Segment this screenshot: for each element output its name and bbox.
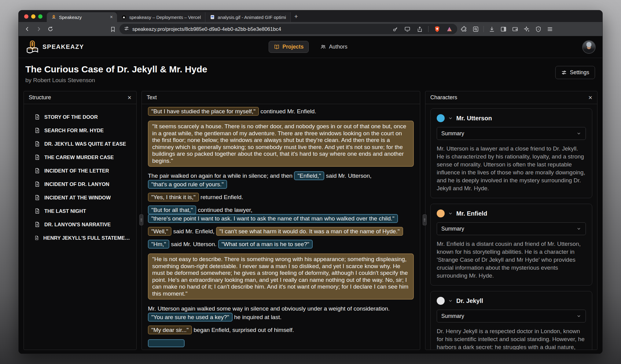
- dialogue-highlight-enfield[interactable]: "Yes, I think it is,": [148, 193, 199, 202]
- chapter-item-8[interactable]: THE LAST NIGHT: [34, 204, 133, 218]
- chapter-item-6[interactable]: INCIDENT OF DR. LANYON: [34, 177, 133, 191]
- dialogue-highlight-utterson[interactable]: "But for all that,": [148, 206, 196, 214]
- chevron-down-icon[interactable]: [576, 131, 581, 136]
- narration-text: continued the lawyer,: [196, 207, 252, 213]
- chapter-item-10[interactable]: HENRY JEKYLL'S FULL STATEMENT OF TH...: [34, 231, 133, 245]
- authors-people-icon: [320, 44, 326, 50]
- panel-resize-handle-left[interactable]: [139, 214, 143, 225]
- character-color-dot[interactable]: [437, 209, 445, 217]
- dialogue-highlight-enfield[interactable]: "My dear sir...": [148, 326, 192, 334]
- paragraph-11: [148, 339, 414, 349]
- narration-text: began Enfield, surprised out of himself.: [192, 327, 294, 333]
- sidebar-toggle-icon[interactable]: [498, 24, 508, 34]
- browser-tab-3[interactable]: analysis.gif - Animated GIF optimi: [205, 12, 290, 22]
- user-avatar[interactable]: [582, 40, 596, 54]
- chapter-item-7[interactable]: INCIDENT AT THE WINDOW: [34, 191, 133, 204]
- narration-text: said Mr. Utterson.: [169, 241, 218, 247]
- characters-panel: Characters × Mr. UttersonSummaryMr. Utte…: [425, 91, 597, 350]
- wallet-icon[interactable]: [510, 24, 520, 34]
- back-button[interactable]: [22, 24, 32, 34]
- dialogue-highlight-utterson[interactable]: "Enfield,": [294, 171, 324, 180]
- characters-panel-title: Characters: [430, 94, 457, 101]
- site-settings-icon[interactable]: [124, 26, 129, 32]
- chevron-down-icon[interactable]: [448, 116, 453, 121]
- speakeazy-logo-icon: [25, 40, 39, 54]
- tab-favicon: [121, 15, 127, 20]
- app-header: SPEAKEAZY Projects Authors: [19, 36, 602, 58]
- chapter-label: DR. LANYON'S NARRATIVE: [44, 222, 111, 228]
- downloads-icon[interactable]: [487, 24, 497, 34]
- text-content[interactable]: "But I have studied the place for myself…: [142, 104, 420, 350]
- close-window-button[interactable]: [24, 14, 28, 19]
- narration-text: said Mr. Enfield,: [171, 228, 216, 235]
- chapter-item-5[interactable]: INCIDENT OF THE LETTER: [34, 164, 133, 177]
- chapter-item-1[interactable]: STORY OF THE DOOR: [34, 110, 133, 124]
- settings-button[interactable]: Settings: [555, 66, 595, 79]
- dialogue-highlight-enfield[interactable]: "He is not easy to describe. There is so…: [148, 253, 414, 300]
- chevron-down-icon[interactable]: [576, 314, 581, 318]
- chapter-item-3[interactable]: DR. JEKYLL WAS QUITE AT EASE: [34, 137, 133, 151]
- rewards-sparkle-icon[interactable]: [522, 24, 531, 34]
- extensions-puzzle-icon[interactable]: [459, 24, 469, 34]
- character-view-select[interactable]: Summary: [437, 127, 586, 140]
- character-view-select[interactable]: Summary: [437, 310, 586, 322]
- new-tab-button[interactable]: +: [291, 13, 302, 22]
- bookmark-icon[interactable]: [108, 24, 118, 34]
- dialogue-highlight-enfield[interactable]: "It seems scarcely a house. There is no …: [148, 121, 414, 167]
- narration-text: continued Mr. Enfield.: [259, 108, 316, 115]
- dialogue-highlight-utterson[interactable]: "that's a good rule of yours.": [148, 180, 227, 189]
- dialogue-highlight-utterson[interactable]: "Hm,": [148, 240, 169, 249]
- panel-resize-handle-right[interactable]: [423, 214, 427, 225]
- structure-close-icon[interactable]: ×: [127, 94, 131, 101]
- dialogue-highlight-utterson[interactable]: "there's one point I want to ask. I want…: [148, 214, 398, 223]
- share-icon[interactable]: [415, 24, 424, 34]
- browser-window: Speakeazy×speakeasy – Deployments – Verc…: [18, 10, 603, 354]
- main-nav: Projects Authors: [19, 41, 602, 53]
- settings-sliders-icon: [561, 70, 567, 75]
- paragraph-9: Mr. Utterson again walked some way in si…: [148, 305, 414, 321]
- chapter-list: STORY OF THE DOORSEARCH FOR MR. HYDEDR. …: [24, 104, 136, 245]
- narration-text: he inquired at last.: [233, 314, 282, 320]
- document-icon: [34, 235, 39, 241]
- character-name: Dr. Jekyll: [456, 297, 483, 304]
- dialogue-highlight-enfield[interactable]: "But I have studied the place for myself…: [148, 107, 259, 116]
- browser-tab-1[interactable]: Speakeazy×: [47, 12, 117, 22]
- dialogue-highlight-enfield-solid[interactable]: "I can't see what harm it would do. It w…: [216, 227, 403, 236]
- characters-close-icon[interactable]: ×: [588, 94, 592, 101]
- vpn-shield-icon[interactable]: [533, 24, 543, 34]
- url-text[interactable]: speakeazy.pro/projects/8cb985e0-d9a0-4eb…: [132, 26, 387, 32]
- forward-button[interactable]: [34, 24, 44, 34]
- chapter-item-2[interactable]: SEARCH FOR MR. HYDE: [34, 124, 133, 137]
- url-bar[interactable]: speakeazy.pro/projects/8cb985e0-d9a0-4eb…: [119, 24, 457, 34]
- chevron-down-icon[interactable]: [448, 211, 453, 216]
- chapter-item-9[interactable]: DR. LANYON'S NARRATIVE: [34, 218, 133, 231]
- reload-button[interactable]: [46, 24, 55, 34]
- dialogue-highlight-utterson[interactable]: "You are sure he used a key?": [148, 313, 233, 322]
- chapter-item-4[interactable]: THE CAREW MURDER CASE: [34, 151, 133, 164]
- document-icon: [34, 181, 40, 187]
- text-panel-title: Text: [147, 94, 157, 101]
- character-color-dot[interactable]: [437, 297, 445, 305]
- cast-device-icon[interactable]: [402, 24, 412, 34]
- dialogue-highlight-enfield[interactable]: "Well,": [148, 227, 171, 236]
- password-key-icon[interactable]: [390, 24, 400, 34]
- logo[interactable]: SPEAKEAZY: [25, 40, 84, 54]
- zoom-window-button[interactable]: [38, 14, 42, 19]
- nav-authors-button[interactable]: Authors: [315, 41, 352, 53]
- dialogue-highlight-cut[interactable]: [148, 339, 185, 347]
- search-tabs-icon[interactable]: [471, 24, 480, 34]
- nav-projects-button[interactable]: Projects: [269, 41, 309, 53]
- projects-book-icon: [274, 44, 280, 50]
- brave-shield-icon[interactable]: [432, 24, 442, 34]
- chevron-down-icon[interactable]: [448, 298, 453, 303]
- minimize-window-button[interactable]: [31, 14, 35, 19]
- character-color-dot[interactable]: [437, 114, 445, 122]
- browser-tab-2[interactable]: speakeasy – Deployments – Vercel: [117, 12, 205, 22]
- tab-close-icon[interactable]: ×: [110, 14, 113, 20]
- brave-leo-icon[interactable]: [444, 24, 454, 34]
- dialogue-highlight-utterson[interactable]: "What sort of a man is he to see?": [218, 240, 313, 249]
- character-view-select[interactable]: Summary: [437, 222, 586, 235]
- chevron-down-icon[interactable]: [576, 226, 581, 231]
- menu-hamburger-icon[interactable]: [545, 24, 555, 34]
- chapter-label: INCIDENT OF THE LETTER: [44, 168, 109, 174]
